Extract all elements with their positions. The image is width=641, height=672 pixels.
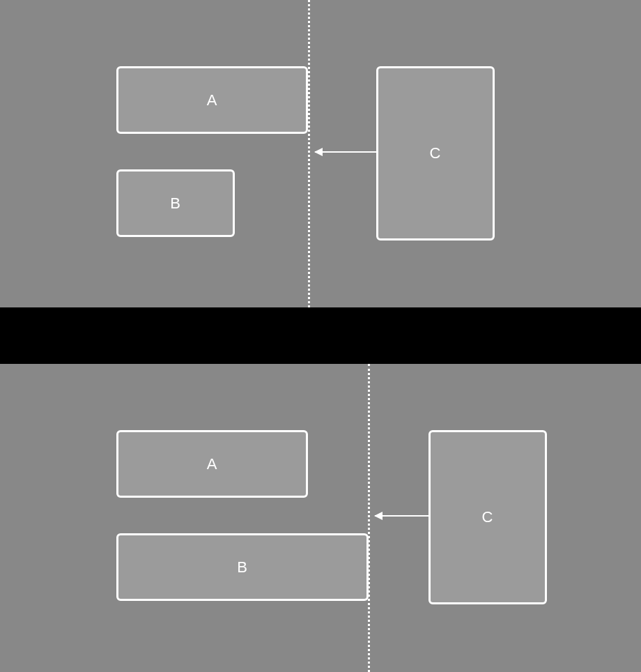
box-a: A (116, 430, 308, 498)
vertical-divider (368, 364, 370, 672)
box-a-label: A (207, 91, 218, 109)
diagram-panel-top: A B C (0, 0, 641, 307)
diagram-panel-bottom: A B C (0, 364, 641, 672)
box-a-label: A (207, 455, 218, 473)
box-b: B (116, 533, 369, 601)
panel-gap (0, 307, 641, 364)
box-c-label: C (482, 508, 494, 526)
box-b: B (116, 169, 235, 237)
box-b-label: B (237, 558, 248, 576)
box-c-label: C (430, 144, 442, 162)
arrow-left-icon (375, 515, 428, 517)
box-c: C (376, 66, 495, 240)
box-a: A (116, 66, 308, 134)
arrow-left-icon (315, 151, 376, 153)
box-c: C (428, 430, 547, 604)
vertical-divider (308, 0, 310, 307)
box-b-label: B (170, 194, 181, 213)
